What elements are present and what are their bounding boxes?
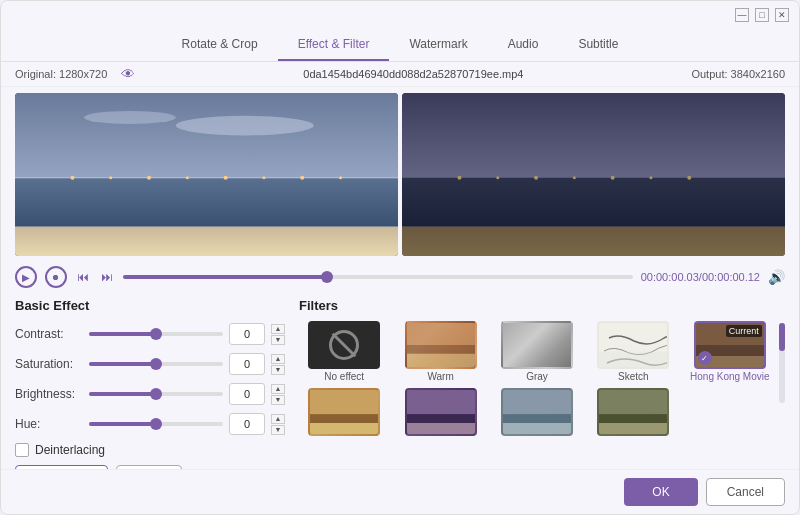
tab-watermark[interactable]: Watermark: [389, 29, 487, 61]
brightness-spin-up[interactable]: ▲: [271, 384, 285, 394]
saturation-row: Saturation: ▲ ▼: [15, 353, 285, 375]
eye-icon[interactable]: 👁: [121, 66, 135, 82]
saturation-input[interactable]: [229, 353, 265, 375]
filter-row2-2[interactable]: [395, 388, 485, 438]
check-icon: ✓: [698, 351, 712, 365]
brightness-spin-down[interactable]: ▼: [271, 395, 285, 405]
contrast-slider[interactable]: [89, 326, 223, 342]
stop-button[interactable]: ⏺: [45, 266, 67, 288]
contrast-thumb[interactable]: [150, 328, 162, 340]
close-button[interactable]: ✕: [775, 8, 789, 22]
svg-point-21: [649, 176, 652, 179]
right-panel: Filters No effect: [299, 298, 785, 459]
filter-no-effect[interactable]: No effect: [299, 321, 389, 382]
saturation-spin-down[interactable]: ▼: [271, 365, 285, 375]
contrast-spinners: ▲ ▼: [271, 324, 285, 345]
filter-hk-movie[interactable]: Current ✓ Hong Kong Movie: [685, 321, 775, 382]
filter-row2-1[interactable]: [299, 388, 389, 438]
progress-bar[interactable]: [123, 275, 633, 279]
contrast-input[interactable]: 0: [229, 323, 265, 345]
contrast-spin-up[interactable]: ▲: [271, 324, 285, 334]
hue-slider[interactable]: [89, 416, 223, 432]
svg-point-6: [109, 176, 112, 179]
svg-rect-42: [599, 390, 667, 414]
filter-thumb-hk-movie: Current ✓: [694, 321, 766, 369]
hue-spin-down[interactable]: ▼: [271, 425, 285, 435]
progress-thumb[interactable]: [321, 271, 333, 283]
svg-rect-15: [402, 178, 785, 227]
deinterlace-row: Deinterlacing: [15, 443, 285, 457]
scrollbar-track: [779, 323, 785, 403]
hue-fill: [89, 422, 156, 426]
sketch-svg: [599, 323, 667, 367]
minimize-button[interactable]: —: [735, 8, 749, 22]
svg-rect-37: [407, 414, 475, 423]
filter-sketch[interactable]: Sketch: [588, 321, 678, 382]
saturation-spin-up[interactable]: ▲: [271, 354, 285, 364]
svg-point-12: [339, 176, 342, 179]
filter-thumb-warm: [405, 321, 477, 369]
contrast-spin-down[interactable]: ▼: [271, 335, 285, 345]
cancel-button[interactable]: Cancel: [706, 478, 785, 506]
filter-gray[interactable]: Gray: [492, 321, 582, 382]
maximize-button[interactable]: □: [755, 8, 769, 22]
filter-row2-3[interactable]: [492, 388, 582, 438]
volume-icon[interactable]: 🔊: [768, 269, 785, 285]
svg-point-22: [687, 176, 691, 180]
saturation-label: Saturation:: [15, 357, 83, 371]
tab-rotate-crop[interactable]: Rotate & Crop: [162, 29, 278, 61]
tab-bar: Rotate & Crop Effect & Filter Watermark …: [1, 29, 799, 62]
filter-row2-4[interactable]: [588, 388, 678, 438]
deinterlace-checkbox[interactable]: [15, 443, 29, 457]
tab-effect-filter[interactable]: Effect & Filter: [278, 29, 390, 61]
brightness-input[interactable]: [229, 383, 265, 405]
title-bar: — □ ✕: [1, 1, 799, 29]
brightness-thumb[interactable]: [150, 388, 162, 400]
svg-point-9: [224, 176, 228, 180]
skip-back-button[interactable]: ⏮: [75, 270, 91, 284]
hue-spin-up[interactable]: ▲: [271, 414, 285, 424]
timeline-bar: ▶ ⏺ ⏮ ⏭ 00:00:00.03/00:00:00.12 🔊: [1, 262, 799, 288]
warm-svg: [407, 323, 475, 367]
filter-warm[interactable]: Warm: [395, 321, 485, 382]
contrast-row: Contrast: 0 ▲ ▼: [15, 323, 285, 345]
filter-label-hk-movie: Hong Kong Movie: [690, 371, 770, 382]
svg-rect-26: [407, 354, 475, 367]
skip-forward-button[interactable]: ⏭: [99, 270, 115, 284]
filter-thumb-sketch: [597, 321, 669, 369]
play-button[interactable]: ▶: [15, 266, 37, 288]
tab-subtitle[interactable]: Subtitle: [558, 29, 638, 61]
saturation-spinners: ▲ ▼: [271, 354, 285, 375]
svg-point-1: [176, 116, 314, 136]
svg-rect-34: [310, 414, 378, 423]
filters-scrollbar[interactable]: [779, 321, 785, 438]
video-area: [1, 87, 799, 262]
svg-point-11: [300, 176, 304, 180]
brightness-fill: [89, 392, 156, 396]
svg-point-2: [84, 111, 176, 124]
filter-thumb-row2-2: [405, 388, 477, 436]
filter-label-gray: Gray: [526, 371, 548, 382]
brightness-slider[interactable]: [89, 386, 223, 402]
hue-input[interactable]: [229, 413, 265, 435]
filter-label-warm: Warm: [427, 371, 453, 382]
current-label: Current: [726, 325, 762, 337]
filters-grid: No effect Warm: [299, 321, 775, 438]
hue-thumb[interactable]: [150, 418, 162, 430]
tab-audio[interactable]: Audio: [488, 29, 559, 61]
filter-thumb-gray: [501, 321, 573, 369]
scrollbar-thumb[interactable]: [779, 323, 785, 351]
svg-rect-25: [407, 345, 475, 354]
saturation-slider[interactable]: [89, 356, 223, 372]
saturation-thumb[interactable]: [150, 358, 162, 370]
brightness-label: Brightness:: [15, 387, 83, 401]
ok-button[interactable]: OK: [624, 478, 697, 506]
filters-scroll: No effect Warm: [299, 321, 775, 438]
hue-spinners: ▲ ▼: [271, 414, 285, 435]
svg-rect-41: [503, 423, 571, 434]
time-display: 00:00:00.03/00:00:00.12: [641, 271, 760, 283]
svg-point-8: [186, 176, 189, 179]
beach-svg-left: [15, 93, 398, 256]
svg-point-10: [262, 176, 265, 179]
brightness-row: Brightness: ▲ ▼: [15, 383, 285, 405]
